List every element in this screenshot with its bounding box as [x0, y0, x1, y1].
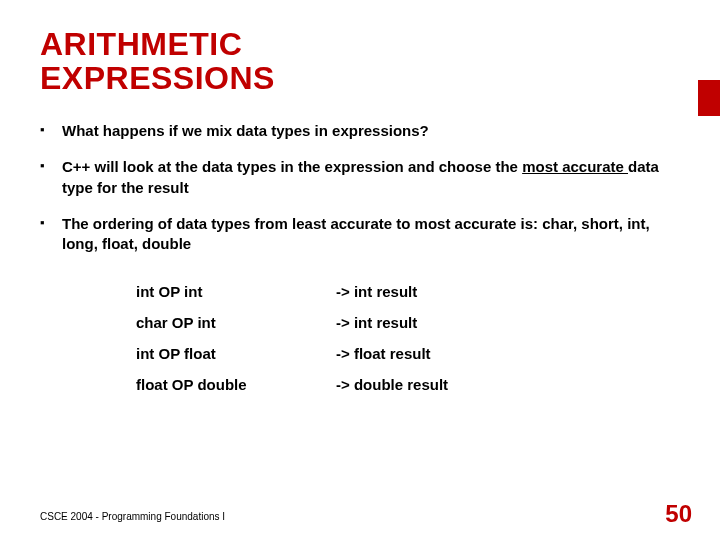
op-expr: char OP int [136, 307, 336, 338]
bullet-text-underline: most accurate [522, 158, 628, 175]
table-row: int OP int -> int result [136, 276, 556, 307]
table-row: int OP float -> float result [136, 338, 556, 369]
table-row: float OP double -> double result [136, 369, 556, 400]
op-result: -> int result [336, 276, 556, 307]
op-result-table: int OP int -> int result char OP int -> … [136, 276, 556, 400]
op-result: -> int result [336, 307, 556, 338]
slide-title: ARITHMETIC EXPRESSIONS [40, 28, 680, 95]
bullet-text: What happens if we mix data types in exp… [62, 122, 429, 139]
title-line-1: ARITHMETIC [40, 26, 242, 62]
page-number: 50 [665, 500, 692, 528]
bullet-text-pre: C++ will look at the data types in the e… [62, 158, 522, 175]
bullet-text: The ordering of data types from least ac… [62, 215, 650, 252]
bullet-item: What happens if we mix data types in exp… [40, 121, 680, 141]
bullet-item: The ordering of data types from least ac… [40, 214, 680, 255]
footer-text: CSCE 2004 - Programming Foundations I [40, 511, 225, 522]
bullet-item: C++ will look at the data types in the e… [40, 157, 680, 198]
accent-bar [698, 80, 720, 116]
op-expr: int OP float [136, 338, 336, 369]
type-promotion-table: int OP int -> int result char OP int -> … [136, 276, 680, 400]
bullet-list: What happens if we mix data types in exp… [40, 121, 680, 254]
slide: ARITHMETIC EXPRESSIONS What happens if w… [0, 0, 720, 540]
op-expr: int OP int [136, 276, 336, 307]
op-expr: float OP double [136, 369, 336, 400]
title-line-2: EXPRESSIONS [40, 60, 275, 96]
op-result: -> float result [336, 338, 556, 369]
op-result: -> double result [336, 369, 556, 400]
table-row: char OP int -> int result [136, 307, 556, 338]
